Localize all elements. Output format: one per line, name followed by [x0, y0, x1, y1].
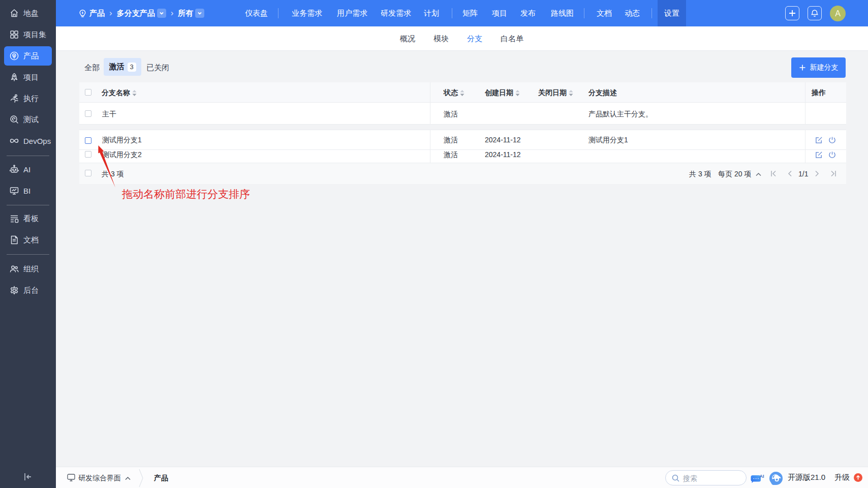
svg-text:AI: AI: [760, 474, 764, 479]
